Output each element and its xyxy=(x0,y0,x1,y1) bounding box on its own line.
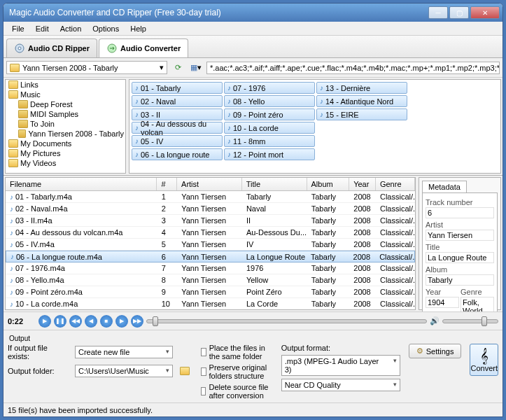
meta-artist[interactable]: Yann Tiersen xyxy=(426,230,494,241)
file-filter[interactable]: *.aac;*.ac3;*.aif;*.aiff;*.ape;*.cue;*.f… xyxy=(206,62,500,74)
view-button[interactable]: ▦▾ xyxy=(188,60,204,76)
table-row[interactable]: ♪02 - Naval.m4a2Yann TiersenNavalTabarly… xyxy=(6,203,415,215)
meta-tracknum[interactable]: 6 xyxy=(426,207,494,218)
table-row[interactable]: ♪08 - Yello.m4a8Yann TiersenYellowTabarl… xyxy=(6,274,415,286)
chevron-down-icon[interactable]: ▾ xyxy=(160,63,164,72)
folder-combo[interactable]: C:\Users\User\Music xyxy=(75,365,173,377)
tree-item[interactable]: Music xyxy=(6,90,125,99)
table-row[interactable]: ♪04 - Au dessous du volcan.m4a4Yann Tier… xyxy=(6,227,415,239)
folder-tree[interactable]: LinksMusicDeep ForestMIDI SamplesTo Join… xyxy=(5,79,126,174)
close-button[interactable]: ✕ xyxy=(470,6,500,19)
pause-button[interactable]: ❚❚ xyxy=(54,315,66,328)
cell-year: 2008 xyxy=(349,263,376,273)
queue-split: Filename # Artist Title Album Year Genre… xyxy=(3,176,503,312)
table-row[interactable]: ♪01 - Tabarly.m4a1Yann TiersenTabarlyTab… xyxy=(6,191,415,203)
meta-title[interactable]: La Longue Route xyxy=(426,252,494,263)
meta-genre[interactable]: Folk, World, & C xyxy=(461,297,494,312)
track-tile[interactable]: ♪13 - Dernière xyxy=(316,82,407,94)
tab-cd-ripper[interactable]: Audio CD Ripper xyxy=(6,38,97,57)
forward-button[interactable]: ▶ xyxy=(115,315,128,328)
col-filename[interactable]: Filename xyxy=(6,178,157,190)
tree-item[interactable]: Yann Tiersen 2008 - Tabarly xyxy=(6,129,125,139)
cell-filename: 01 - Tabarly.m4a xyxy=(15,192,72,201)
cd-icon xyxy=(14,43,25,54)
rewind-button[interactable]: ◀ xyxy=(85,315,97,328)
convert-button[interactable]: 𝄞 Convert xyxy=(470,344,498,376)
track-tile[interactable]: ♪10 - La corde xyxy=(224,122,315,134)
queue-grid[interactable]: Filename # Artist Title Album Year Genre… xyxy=(5,177,416,310)
col-num[interactable]: # xyxy=(157,178,177,190)
col-artist[interactable]: Artist xyxy=(177,178,242,190)
stop-button[interactable]: ■ xyxy=(100,315,113,328)
tree-item[interactable]: My Videos xyxy=(6,158,125,168)
browse-folder-button[interactable] xyxy=(177,363,192,379)
track-tile[interactable]: ♪04 - Au dessous du volcan xyxy=(132,122,223,134)
note-icon: ♪ xyxy=(135,111,139,118)
track-tile[interactable]: ♪01 - Tabarly xyxy=(132,82,223,94)
tree-item[interactable]: To Join xyxy=(6,119,125,129)
track-tile[interactable]: ♪02 - Naval xyxy=(132,95,223,107)
menu-help[interactable]: Help xyxy=(125,23,152,34)
tree-item[interactable]: Links xyxy=(6,80,125,90)
menu-action[interactable]: Action xyxy=(55,23,87,34)
tab-audio-converter[interactable]: Audio Converter xyxy=(99,38,188,57)
seek-slider[interactable] xyxy=(146,319,427,323)
maximize-button[interactable]: ▢ xyxy=(449,6,469,19)
track-tile[interactable]: ♪08 - Yello xyxy=(224,95,315,107)
track-tile[interactable]: ♪03 - II xyxy=(132,108,223,120)
refresh-button[interactable]: ⟳ xyxy=(170,60,185,76)
chk-delete-source[interactable] xyxy=(201,387,206,396)
track-tile[interactable]: ♪09 - Point zéro xyxy=(224,108,315,120)
titlebar[interactable]: Magic Audio Converter and CD Ripper (Fre… xyxy=(3,4,503,22)
track-tile[interactable]: ♪11 - 8mm xyxy=(224,135,315,147)
track-name: 15 - EIRE xyxy=(325,111,359,119)
col-year[interactable]: Year xyxy=(349,178,376,190)
chk-same-folder[interactable] xyxy=(201,348,206,356)
cell-album: Tabarly xyxy=(307,263,350,273)
col-genre[interactable]: Genre xyxy=(376,178,415,190)
metadata-tab[interactable]: Metadata xyxy=(422,181,467,192)
quality-combo[interactable]: Near CD Quality xyxy=(281,379,400,391)
file-list[interactable]: ♪01 - Tabarly♪02 - Naval♪03 - II♪04 - Au… xyxy=(129,79,501,174)
minimize-button[interactable]: ─ xyxy=(428,6,448,19)
tree-item[interactable]: My Documents xyxy=(6,139,125,148)
breadcrumb[interactable]: Yann Tiersen 2008 - Tabarly ▾ xyxy=(6,61,167,74)
prev-button[interactable]: ◀◀ xyxy=(69,315,82,328)
table-row[interactable]: ♪07 - 1976.m4a7Yann Tiersen1976Tabarly20… xyxy=(6,262,415,274)
tree-item[interactable]: Deep Forest xyxy=(6,99,125,109)
track-tile[interactable]: ♪05 - IV xyxy=(132,135,223,147)
track-tile[interactable]: ♪12 - Point mort xyxy=(224,148,315,160)
track-tile[interactable]: ♪14 - Atlantique Nord xyxy=(316,95,407,107)
cell-filename: 05 - IV.m4a xyxy=(15,240,55,248)
track-tile[interactable]: ♪15 - EIRE xyxy=(316,108,407,120)
track-tile[interactable]: ♪07 - 1976 xyxy=(224,82,315,94)
meta-album[interactable]: Tabarly xyxy=(426,274,494,286)
note-icon: ♪ xyxy=(135,137,139,145)
chk-preserve-folders[interactable] xyxy=(201,368,206,376)
exists-combo[interactable]: Create new file xyxy=(75,346,173,358)
next-button[interactable]: ▶▶ xyxy=(131,315,143,328)
menu-file[interactable]: File xyxy=(6,23,30,34)
track-tile[interactable]: ♪06 - La longue route xyxy=(132,148,223,160)
cell-artist: Yann Tiersen xyxy=(177,287,242,297)
table-row[interactable]: ♪09 - Point zéro.m4a9Yann TiersenPoint Z… xyxy=(6,286,415,298)
table-row[interactable]: ♪06 - La longue route.m4a6Yann TiersenLa… xyxy=(6,251,415,262)
table-row[interactable]: ♪03 - II.m4a3Yann TiersenIITabarly2008Cl… xyxy=(6,215,415,227)
meta-year[interactable]: 1904 xyxy=(426,297,459,308)
table-row[interactable]: ♪05 - IV.m4a5Yann TiersenIVTabarly2008Cl… xyxy=(6,239,415,251)
menu-edit[interactable]: Edit xyxy=(30,23,55,34)
treble-clef-icon: 𝄞 xyxy=(480,348,489,364)
menu-options[interactable]: Options xyxy=(87,23,125,34)
note-icon: ♪ xyxy=(320,111,323,118)
volume-slider[interactable] xyxy=(442,319,498,323)
play-button[interactable]: ▶ xyxy=(38,315,51,328)
grid-header[interactable]: Filename # Artist Title Album Year Genre xyxy=(6,178,415,191)
track-name: 03 - II xyxy=(141,111,160,119)
tree-item[interactable]: My Pictures xyxy=(6,148,125,158)
settings-button[interactable]: ⚙Settings xyxy=(409,344,462,358)
tree-item[interactable]: MIDI Samples xyxy=(6,109,125,119)
col-album[interactable]: Album xyxy=(307,178,350,190)
col-title[interactable]: Title xyxy=(242,178,307,190)
table-row[interactable]: ♪10 - La corde.m4a10Yann TiersenLa Corde… xyxy=(6,298,415,310)
format-combo[interactable]: .mp3 (MPEG-1 Audio Layer 3) xyxy=(281,355,400,376)
